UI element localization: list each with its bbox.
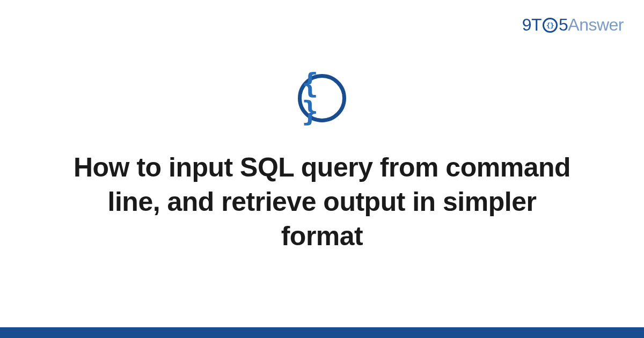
logo-suffix: 5 (559, 15, 568, 35)
site-logo: 9T {} 5 Answer (522, 15, 624, 35)
main-content: { } How to input SQL query from command … (0, 74, 644, 253)
question-title: How to input SQL query from command line… (64, 150, 580, 253)
braces-circle-small-icon: {} (542, 17, 558, 33)
footer-bar (0, 327, 644, 338)
category-icon-circle: { } (298, 74, 346, 122)
logo-circle-icon: {} (542, 17, 558, 33)
logo-prefix: 9T (522, 15, 541, 35)
svg-text:{}: {} (546, 21, 554, 30)
code-braces-icon: { } (302, 69, 342, 125)
logo-word: Answer (568, 15, 624, 35)
